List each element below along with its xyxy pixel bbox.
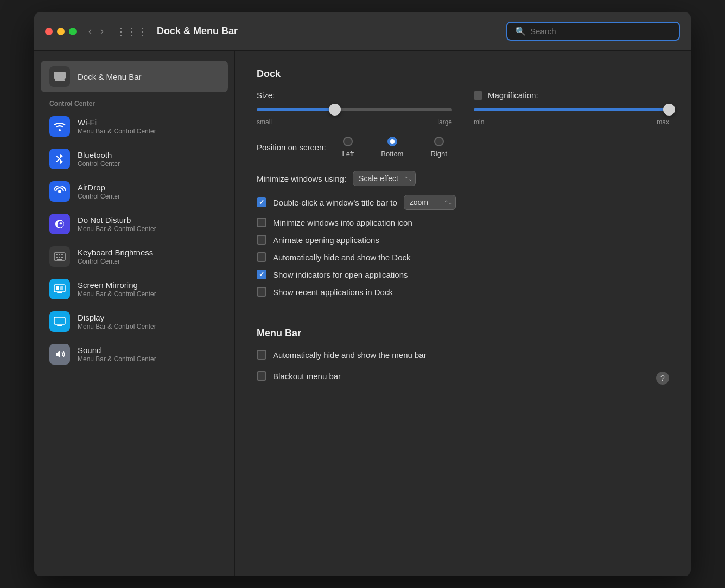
bluetooth-icon — [49, 149, 70, 169]
forward-button[interactable]: › — [97, 23, 107, 39]
position-right-label: Right — [430, 150, 447, 158]
minimize-icon-label: Minimize windows into application icon — [273, 218, 412, 227]
mag-max-label: max — [657, 118, 669, 126]
position-left-radio[interactable] — [343, 137, 353, 146]
sidebar-item-sound[interactable]: Sound Menu Bar & Control Center — [41, 338, 228, 370]
double-click-select-wrapper[interactable]: zoom minimize — [404, 195, 456, 210]
body: Dock & Menu Bar Control Center Wi-Fi Men… — [34, 51, 691, 576]
svg-rect-13 — [56, 286, 59, 290]
position-label: Position on screen: — [257, 143, 326, 152]
window-title: Dock & Menu Bar — [157, 25, 506, 37]
help-button[interactable]: ? — [656, 372, 669, 385]
size-large-label: large — [437, 118, 452, 126]
magnification-checkbox[interactable] — [474, 91, 482, 100]
svg-point-2 — [58, 190, 61, 193]
svg-rect-6 — [61, 254, 63, 255]
svg-rect-8 — [59, 257, 60, 258]
sidebar-item-keyboard-brightness[interactable]: Keyboard Brightness Control Center — [41, 241, 228, 272]
minimize-select-wrapper[interactable]: Scale effect Genie effect — [353, 171, 416, 186]
keyboard-brightness-text: Keyboard Brightness Control Center — [78, 248, 153, 265]
autohide-menubar-checkbox[interactable] — [257, 350, 266, 360]
position-right[interactable]: Right — [430, 137, 447, 158]
search-icon: 🔍 — [515, 26, 526, 36]
dock-menubar-icon — [49, 66, 70, 87]
close-button[interactable] — [45, 28, 53, 35]
indicators-row: Show indicators for open applications — [257, 270, 669, 279]
sidebar-item-screen-mirroring[interactable]: Screen Mirroring Menu Bar & Control Cent… — [41, 273, 228, 305]
double-click-select[interactable]: zoom minimize — [404, 195, 456, 210]
indicators-checkbox[interactable] — [257, 270, 266, 279]
sidebar-item-airdrop[interactable]: AirDrop Control Center — [41, 176, 228, 207]
search-input[interactable] — [530, 27, 671, 36]
minimize-label: Minimize windows using: — [257, 174, 346, 183]
slider-row: Size: small large — [257, 91, 669, 126]
minimize-select[interactable]: Scale effect Genie effect — [353, 171, 416, 186]
bluetooth-text: Bluetooth Control Center — [78, 150, 120, 168]
do-not-disturb-label: Do Not Disturb — [78, 215, 156, 225]
display-label: Display — [78, 313, 156, 322]
position-right-radio[interactable] — [434, 137, 444, 146]
nav-arrows: ‹ › — [85, 23, 107, 39]
size-label: Size: — [257, 91, 275, 100]
sidebar-item-display[interactable]: Display Menu Bar & Control Center — [41, 306, 228, 337]
autohide-dock-checkbox[interactable] — [257, 252, 266, 262]
svg-rect-1 — [55, 79, 65, 81]
wifi-text: Wi-Fi Menu Bar & Control Center — [78, 118, 156, 135]
position-bottom-radio-inner — [390, 139, 395, 144]
sound-sublabel: Menu Bar & Control Center — [78, 355, 156, 363]
svg-rect-14 — [60, 286, 63, 290]
magnification-slider-track[interactable] — [474, 104, 669, 115]
svg-rect-15 — [54, 317, 65, 324]
search-bar[interactable]: 🔍 — [506, 22, 680, 41]
position-left[interactable]: Left — [342, 137, 354, 158]
blackout-checkbox[interactable] — [257, 371, 266, 381]
svg-rect-9 — [61, 257, 63, 258]
blackout-row: Blackout menu bar ? — [257, 367, 669, 385]
sidebar-item-dock-menu-bar[interactable]: Dock & Menu Bar — [41, 61, 228, 92]
display-sublabel: Menu Bar & Control Center — [78, 323, 156, 330]
position-options: Left Bottom Right — [342, 137, 447, 158]
sidebar-item-wifi[interactable]: Wi-Fi Menu Bar & Control Center — [41, 111, 228, 142]
blackout-label: Blackout menu bar — [273, 372, 341, 381]
minimize-button[interactable] — [57, 28, 65, 35]
size-slider-group: Size: small large — [257, 91, 452, 126]
display-icon — [49, 311, 70, 332]
wifi-icon — [49, 116, 70, 137]
svg-rect-7 — [56, 257, 58, 258]
dock-section: Dock Size: — [257, 68, 669, 297]
double-click-label: Double-click a window's title bar to — [273, 198, 397, 207]
airdrop-label: AirDrop — [78, 183, 120, 192]
indicators-label: Show indicators for open applications — [273, 270, 408, 279]
animate-checkbox[interactable] — [257, 235, 266, 245]
keyboard-brightness-icon — [49, 246, 70, 267]
main-content: Dock Size: — [235, 51, 691, 576]
double-click-checkbox[interactable] — [257, 197, 266, 207]
magnification-label: Magnification: — [488, 91, 538, 100]
wifi-sublabel: Menu Bar & Control Center — [78, 127, 156, 135]
position-bottom-radio[interactable] — [387, 137, 397, 146]
size-small-label: small — [257, 118, 272, 126]
recent-checkbox[interactable] — [257, 287, 266, 297]
svg-rect-4 — [56, 254, 58, 255]
position-row: Position on screen: Left Bottom — [257, 137, 669, 158]
fullscreen-button[interactable] — [69, 28, 77, 35]
position-left-label: Left — [342, 150, 354, 158]
animate-label: Animate opening applications — [273, 235, 379, 245]
grid-icon: ⋮⋮⋮ — [116, 25, 148, 38]
size-slider-track[interactable] — [257, 104, 452, 115]
sidebar-item-do-not-disturb[interactable]: Do Not Disturb Menu Bar & Control Center — [41, 208, 228, 240]
sound-text: Sound Menu Bar & Control Center — [78, 346, 156, 363]
sidebar: Dock & Menu Bar Control Center Wi-Fi Men… — [34, 51, 235, 576]
svg-rect-10 — [57, 259, 62, 260]
do-not-disturb-sublabel: Menu Bar & Control Center — [78, 225, 156, 233]
minimize-icon-checkbox[interactable] — [257, 218, 266, 227]
section-divider — [257, 312, 669, 312]
back-button[interactable]: ‹ — [85, 23, 95, 39]
svg-rect-16 — [57, 325, 62, 326]
sidebar-item-bluetooth[interactable]: Bluetooth Control Center — [41, 143, 228, 175]
recent-row: Show recent applications in Dock — [257, 287, 669, 297]
position-bottom[interactable]: Bottom — [381, 137, 403, 158]
screen-mirroring-label: Screen Mirroring — [78, 280, 156, 290]
airdrop-sublabel: Control Center — [78, 193, 120, 200]
airdrop-text: AirDrop Control Center — [78, 183, 120, 200]
